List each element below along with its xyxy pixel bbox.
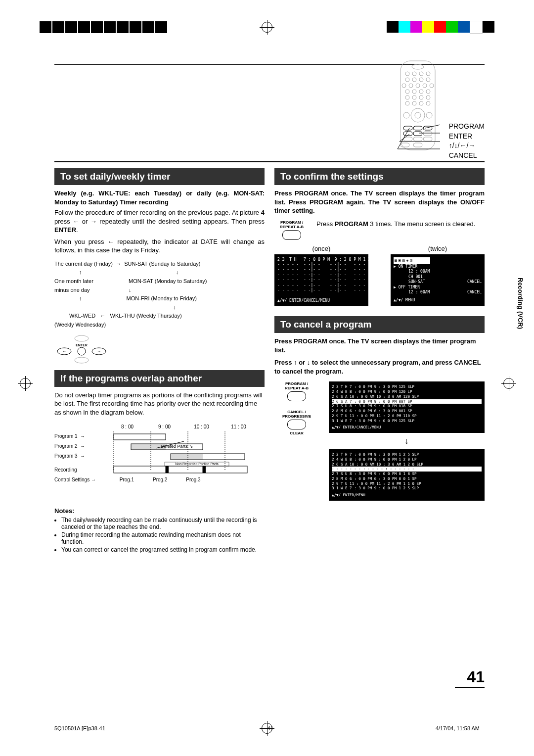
- svg-rect-64: [171, 454, 203, 460]
- footer-filename: 5Q10501A [E]p38-41: [54, 725, 105, 731]
- registration-bars: [40, 21, 167, 33]
- remote-key-labels: PROGRAM ENTER ↑/↓/←/→ CANCEL: [449, 122, 485, 160]
- svg-rect-38: [413, 137, 422, 141]
- svg-point-6: [405, 78, 409, 82]
- svg-text:→: →: [97, 349, 101, 354]
- svg-point-16: [412, 90, 416, 94]
- svg-point-25: [419, 101, 423, 105]
- remote-illustration: PROGRAM ENTER ↑/↓/←/→ CANCEL: [312, 60, 485, 154]
- svg-point-24: [412, 101, 416, 105]
- screen-once: (once) 2 3 T H 7 : 0 0 P M 9 : 3 0 P M 1…: [274, 245, 368, 307]
- svg-rect-35: [413, 132, 422, 136]
- svg-point-1: [412, 64, 424, 69]
- svg-rect-62: [131, 444, 166, 450]
- timer-subtitle: Weekly (e.g. WKL-TUE: each Tuesday) or d…: [54, 189, 265, 206]
- screen-twice: (twice) ▦▣▤◈⊠ ▶ ON TIMER 12 : 00AM CH 00…: [391, 245, 485, 307]
- svg-text:Non Recorded Portion Parts: Non Recorded Portion Parts: [175, 462, 219, 466]
- svg-point-4: [419, 72, 423, 76]
- manual-page: PROGRAM ENTER ↑/↓/←/→ CANCEL To set dail…: [54, 64, 485, 688]
- svg-point-48: [75, 335, 89, 341]
- svg-point-13: [423, 84, 427, 88]
- note-2: During timer recording the automatic rew…: [61, 531, 265, 545]
- arrow-down-icon: ↓: [329, 436, 485, 446]
- svg-point-52: [78, 347, 86, 355]
- svg-point-11: [409, 84, 413, 88]
- svg-rect-70: [203, 466, 206, 473]
- heading-confirm: To confirm the settings: [274, 168, 485, 185]
- svg-point-10: [402, 84, 406, 88]
- registration-mark-left-icon: [20, 378, 31, 389]
- cancel-p2: Press ↑ or ↓ to select the unnecessary p…: [274, 358, 485, 376]
- svg-point-2: [405, 72, 409, 76]
- overlap-text: Do not overlap timer programs as portion…: [54, 391, 265, 417]
- enter-button-diagram: ENTER ← →: [54, 334, 265, 364]
- svg-point-30: [426, 112, 432, 118]
- svg-rect-66: [114, 466, 247, 473]
- svg-rect-60: [114, 434, 166, 440]
- svg-rect-36: [423, 132, 432, 136]
- registration-mark-icon: [262, 22, 272, 33]
- side-tab-label: Recording (VCR): [517, 278, 524, 329]
- confirm-instruction: Press PROGRAM once. The TV screen displa…: [274, 189, 485, 215]
- left-column: To set daily/weekly timer Weekly (e.g. W…: [54, 162, 265, 555]
- timer-instruction: Follow the procedure of timer recording …: [54, 208, 265, 235]
- registration-mark-right-icon: [503, 378, 514, 389]
- svg-point-28: [415, 112, 421, 118]
- program-button-icon: PROGRAM / REPEAT A-B: [274, 220, 309, 241]
- svg-point-12: [416, 84, 420, 88]
- svg-rect-31: [403, 126, 412, 130]
- svg-rect-32: [413, 126, 422, 130]
- right-column: To confirm the settings Press PROGRAM on…: [274, 162, 485, 555]
- label-enter: ENTER: [449, 132, 485, 142]
- label-arrows: ↑/↓/←/→: [449, 141, 485, 151]
- color-calibration-bars: [387, 21, 494, 34]
- heading-cancel: To cancel a program: [274, 316, 485, 333]
- svg-line-46: [398, 128, 409, 149]
- clear-menu-text: Press PROGRAM 3 times. The menu screen i…: [316, 220, 485, 228]
- note-1: The daily/weekly recording can be made c…: [61, 517, 265, 530]
- svg-point-23: [405, 101, 409, 105]
- svg-point-22: [426, 95, 430, 99]
- svg-point-15: [405, 90, 409, 94]
- label-program: PROGRAM: [449, 122, 485, 132]
- svg-point-9: [426, 78, 430, 82]
- svg-rect-69: [166, 466, 169, 473]
- svg-point-17: [419, 90, 423, 94]
- footer-timestamp: 4/17/04, 11:58 AM: [436, 725, 480, 731]
- cancel-buttons-column: PROGRAM / REPEAT A-B CANCEL / PROGRESSIV…: [274, 381, 319, 501]
- svg-point-5: [426, 72, 430, 76]
- svg-point-21: [419, 95, 423, 99]
- cancel-screens: 2 3 T H 7 : 0 0 PM 9 : 3 0 PM 125 SLP 2 …: [329, 381, 485, 501]
- svg-point-20: [412, 95, 416, 99]
- cancel-p1: Press PROGRAM once. The TV screen displa…: [274, 337, 485, 354]
- crop-marks-top: [40, 20, 494, 35]
- svg-point-7: [412, 78, 416, 82]
- timer-note: When you press ← repeatedly, the indicat…: [54, 237, 265, 255]
- svg-point-14: [430, 84, 434, 88]
- svg-point-55: [75, 357, 89, 363]
- notes-section: Notes: The daily/weekly recording can be…: [54, 507, 265, 553]
- date-cycle-diagram: The current day (Friday) → SUN-SAT (Sund…: [54, 260, 265, 330]
- remote-outline-icon: [396, 60, 440, 151]
- heading-set-timer: To set daily/weekly timer: [54, 168, 265, 185]
- label-cancel: CANCEL: [449, 151, 485, 161]
- svg-point-3: [412, 72, 416, 76]
- heading-overlap: If the programs overlap another: [54, 370, 265, 387]
- svg-point-29: [403, 112, 409, 118]
- svg-point-18: [426, 90, 430, 94]
- svg-rect-39: [423, 137, 432, 141]
- svg-point-19: [405, 95, 409, 99]
- svg-text:ENTER: ENTER: [76, 343, 88, 347]
- page-number: 41: [455, 668, 485, 688]
- svg-text:←: ←: [62, 349, 66, 354]
- svg-point-8: [419, 78, 423, 82]
- note-3: You can correct or cancel the programed …: [61, 546, 265, 553]
- registration-mark-bottom-icon: [262, 723, 272, 734]
- svg-point-26: [426, 101, 430, 105]
- svg-point-27: [411, 108, 425, 122]
- svg-rect-41: [413, 143, 422, 147]
